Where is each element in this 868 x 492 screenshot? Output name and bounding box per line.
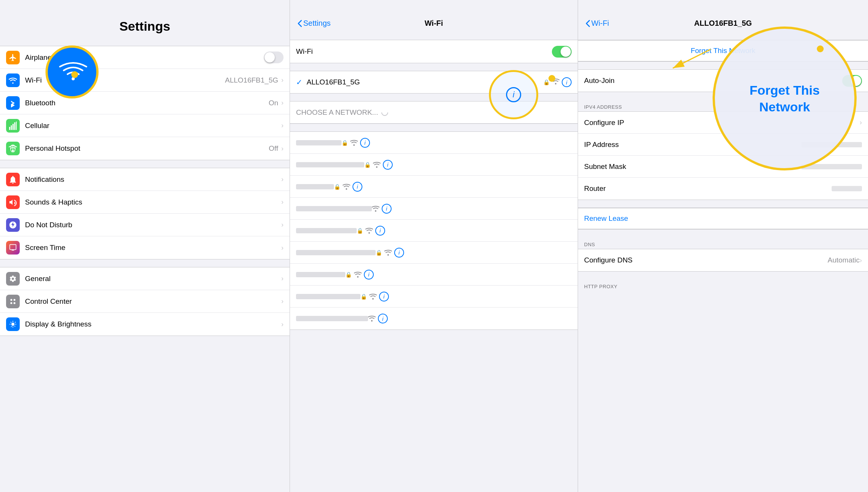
dns-header: DNS [578, 237, 868, 249]
wifi-icon-5 [365, 228, 373, 234]
donotdisturb-chevron: › [281, 221, 284, 229]
loading-spinner [381, 109, 389, 116]
network-icons-6: 🔒 i [376, 248, 404, 258]
info-annotation-circle: i [489, 70, 538, 119]
network-row-6[interactable]: 🔒 i [290, 242, 578, 264]
wifi-row[interactable]: Wi-Fi ALLO16FB1_5G › [0, 69, 290, 92]
notifications-row[interactable]: Notifications › [0, 168, 290, 191]
hotspot-label: Personal Hotspot [25, 144, 269, 153]
http-proxy-header: HTTP PROXY [578, 279, 868, 291]
svg-point-17 [555, 83, 556, 84]
wifi-toggle-row[interactable]: Wi-Fi [290, 40, 578, 63]
network-row-7[interactable]: 🔒 i [290, 264, 578, 286]
router-row[interactable]: Router [578, 178, 868, 200]
airplane-mode-row[interactable]: Airplane Mode [0, 46, 290, 69]
wifi-icon-1 [350, 140, 358, 146]
controlcenter-icon [6, 295, 20, 308]
network-info-5[interactable]: i [375, 226, 385, 236]
connected-network-info[interactable]: i [562, 77, 572, 87]
network-icons-5: 🔒 i [357, 226, 385, 236]
donotdisturb-row[interactable]: Do Not Disturb › [0, 214, 290, 236]
svg-rect-6 [16, 122, 17, 130]
svg-point-16 [14, 302, 16, 304]
connected-network-icons: 🔒 i [543, 77, 572, 87]
renew-lease-button[interactable]: Renew Lease [578, 208, 868, 229]
settings-title: Settings [8, 19, 282, 34]
hotspot-chevron: › [281, 145, 284, 153]
notifications-chevron: › [281, 175, 284, 183]
blurred-ssid-7 [296, 272, 345, 277]
settings-panel: Settings Airplane Mode [0, 0, 290, 492]
checkmark-icon: ✓ [296, 78, 305, 87]
network-icons-8: 🔒 i [360, 292, 389, 301]
screentime-row[interactable]: Screen Time › [0, 236, 290, 259]
wifi-toggle[interactable] [552, 46, 572, 58]
other-networks-group: 🔒 i 🔒 i 🔒 i [290, 131, 578, 330]
wifi-value: ALLO16FB1_5G [225, 76, 278, 84]
sounds-row[interactable]: Sounds & Haptics › [0, 191, 290, 214]
controlcenter-row[interactable]: Control Center › [0, 290, 290, 313]
renew-lease-group: Renew Lease [578, 208, 868, 230]
network-info-1[interactable]: i [360, 138, 370, 148]
network-info-8[interactable]: i [379, 292, 389, 301]
network-row-5[interactable]: 🔒 i [290, 220, 578, 242]
cellular-row[interactable]: Cellular › [0, 114, 290, 137]
bluetooth-row[interactable]: Bluetooth On › [0, 92, 290, 114]
general-row[interactable]: General › [0, 267, 290, 290]
network-detail-header: Wi-Fi ALLO16FB1_5G [578, 0, 868, 32]
network-back-button[interactable]: Wi-Fi [586, 19, 609, 28]
notifications-group: Notifications › Sounds & Haptics › Do No… [0, 168, 290, 259]
network-info-7[interactable]: i [364, 270, 374, 280]
configure-dns-row[interactable]: Configure DNS Automatic › [578, 249, 868, 271]
dns-group: Configure DNS Automatic › [578, 249, 868, 272]
blurred-ssid-8 [296, 294, 360, 299]
blurred-ssid-3 [296, 184, 334, 189]
svg-rect-3 [11, 125, 12, 130]
airplane-toggle[interactable] [264, 52, 284, 63]
network-back-label: Wi-Fi [591, 19, 609, 28]
network-info-3[interactable]: i [353, 182, 362, 192]
lock-icon-5: 🔒 [357, 228, 363, 234]
general-icon [6, 272, 20, 286]
network-row-4[interactable]: i [290, 198, 578, 220]
display-icon [6, 317, 20, 331]
wifi-back-button[interactable]: Settings [298, 19, 331, 28]
display-row[interactable]: Display & Brightness › [0, 313, 290, 336]
network-row-2[interactable]: 🔒 i [290, 154, 578, 176]
lock-icon-8: 🔒 [360, 294, 367, 300]
subnet-mask-row[interactable]: Subnet Mask [578, 156, 868, 178]
cellular-chevron: › [281, 122, 284, 130]
wifi-icon-9 [368, 316, 376, 322]
network-info-2[interactable]: i [383, 160, 393, 170]
lock-icon-6: 🔒 [376, 250, 382, 256]
choose-network-label: CHOOSE A NETWORK... [296, 108, 378, 117]
general-chevron: › [281, 275, 284, 283]
network-row-3[interactable]: 🔒 i [290, 176, 578, 198]
svg-point-13 [10, 299, 12, 301]
network-row-8[interactable]: 🔒 i [290, 286, 578, 308]
network-info-9[interactable]: i [378, 314, 388, 323]
network-icons-4: i [372, 204, 392, 214]
forget-annotation-circle: Forget This Network [713, 27, 857, 170]
wifi-chevron: › [281, 76, 284, 84]
info-annotation-icon: i [506, 87, 521, 102]
hotspot-row[interactable]: Personal Hotspot Off › [0, 137, 290, 160]
network-info-4[interactable]: i [382, 204, 392, 214]
wifi-back-label: Settings [303, 19, 331, 28]
network-icons-2: 🔒 i [364, 160, 393, 170]
cellular-label: Cellular [25, 122, 281, 130]
svg-point-14 [14, 299, 16, 301]
svg-point-1 [12, 82, 14, 84]
lock-icon-7: 🔒 [345, 272, 352, 278]
cellular-icon [6, 119, 20, 133]
network-row-9[interactable]: i [290, 308, 578, 330]
network-row-1[interactable]: 🔒 i [290, 132, 578, 154]
settings-scroll[interactable]: Airplane Mode Wi-Fi ALLO16FB1_5G › Blue [0, 38, 290, 492]
screentime-chevron: › [281, 244, 284, 252]
blurred-ssid-2 [296, 162, 364, 167]
svg-point-19 [353, 144, 355, 146]
bluetooth-label: Bluetooth [25, 99, 269, 107]
network-info-6[interactable]: i [394, 248, 404, 258]
donotdisturb-label: Do Not Disturb [25, 221, 281, 229]
general-label: General [25, 275, 281, 283]
